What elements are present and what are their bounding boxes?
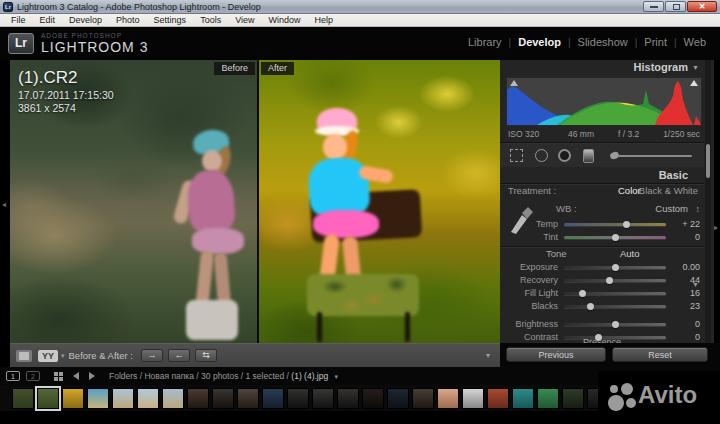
slider-track[interactable] — [564, 266, 666, 269]
right-panel-strip[interactable]: ▸ — [714, 60, 720, 343]
graduated-filter-tool-icon[interactable] — [583, 149, 594, 163]
slider-knob[interactable] — [612, 264, 619, 271]
previous-button[interactable]: Previous — [506, 347, 606, 362]
slider-track[interactable] — [564, 236, 666, 239]
slider-value[interactable]: + 22 — [668, 219, 700, 229]
loupe-view-icon[interactable] — [16, 350, 32, 362]
slider-knob[interactable] — [623, 221, 630, 228]
breadcrumb-path[interactable]: Folders / Новая папка — [109, 371, 194, 381]
panel-scrollbar-thumb[interactable] — [706, 144, 710, 178]
slider-value[interactable]: 0 — [668, 319, 700, 329]
copy-after-to-before-button[interactable]: ← — [168, 349, 190, 362]
menu-item-develop[interactable]: Develop — [62, 14, 109, 26]
wb-preset-arrows-icon[interactable]: ↕ — [696, 204, 701, 214]
slider-knob[interactable] — [587, 303, 594, 310]
treatment-color-option[interactable]: Color — [618, 185, 641, 196]
minimize-button[interactable] — [643, 1, 664, 12]
shadow-clipping-icon[interactable] — [510, 80, 518, 86]
module-tab-slideshow[interactable]: Slideshow — [578, 36, 628, 48]
close-button[interactable]: ✕ — [687, 1, 717, 12]
filmstrip-thumb-3[interactable] — [62, 388, 84, 409]
filmstrip-thumb-17[interactable] — [412, 388, 434, 409]
filmstrip-thumb-1[interactable] — [12, 388, 34, 409]
histogram-panel-header[interactable]: Histogram ▼ — [500, 61, 704, 76]
filmstrip-thumb-9[interactable] — [212, 388, 234, 409]
filmstrip-thumb-12[interactable] — [287, 388, 309, 409]
adjustment-brush-tool-icon[interactable] — [608, 149, 692, 162]
panel-scrollbar[interactable] — [705, 60, 711, 343]
filmstrip-thumb-11[interactable] — [262, 388, 284, 409]
filmstrip-thumb-16[interactable] — [387, 388, 409, 409]
filmstrip-thumb-13[interactable] — [312, 388, 334, 409]
menu-item-file[interactable]: File — [4, 14, 33, 26]
slider-knob[interactable] — [606, 277, 613, 284]
menu-item-photo[interactable]: Photo — [109, 14, 147, 26]
slider-knob[interactable] — [612, 321, 619, 328]
menu-item-help[interactable]: Help — [308, 14, 341, 26]
before-after-view-icon[interactable]: YY — [38, 350, 58, 362]
copy-before-to-after-button[interactable]: → — [141, 349, 163, 362]
swap-before-after-button[interactable]: ⇆ — [195, 349, 217, 362]
filmstrip-thumb-8[interactable] — [187, 388, 209, 409]
filmstrip-thumb-19[interactable] — [462, 388, 484, 409]
menu-item-view[interactable]: View — [228, 14, 261, 26]
module-tab-library[interactable]: Library — [468, 36, 502, 48]
slider-track[interactable] — [564, 292, 666, 295]
filmstrip-thumb-23[interactable] — [562, 388, 584, 409]
spot-removal-tool-icon[interactable] — [535, 149, 548, 162]
breadcrumb-caret-icon[interactable]: ▾ — [335, 373, 339, 380]
histogram-display[interactable] — [506, 77, 702, 126]
next-photo-arrow-icon[interactable] — [89, 372, 95, 380]
filmstrip-breadcrumb[interactable]: Folders / Новая папка / 30 photos / 1 se… — [109, 371, 338, 381]
filmstrip-thumb-5[interactable] — [112, 388, 134, 409]
filmstrip-thumb-2[interactable] — [37, 388, 59, 409]
slider-track[interactable] — [564, 223, 666, 226]
menu-item-settings[interactable]: Settings — [147, 14, 194, 26]
before-after-divider[interactable] — [257, 60, 259, 343]
slider-value[interactable]: 0 — [668, 232, 700, 242]
treatment-bw-option[interactable]: Black & White — [639, 185, 698, 196]
left-panel-strip[interactable]: ◂ — [0, 60, 10, 343]
filmstrip-thumb-6[interactable] — [137, 388, 159, 409]
grid-view-icon[interactable] — [54, 372, 63, 381]
histogram-collapse-icon[interactable]: ▼ — [692, 64, 699, 71]
filmstrip-thumb-14[interactable] — [337, 388, 359, 409]
menu-item-tools[interactable]: Tools — [193, 14, 228, 26]
module-tab-web[interactable]: Web — [684, 36, 706, 48]
breadcrumb-filename[interactable]: (1) (4).jpg — [291, 371, 328, 381]
filmstrip-thumb-15[interactable] — [362, 388, 384, 409]
filmstrip-thumb-22[interactable] — [537, 388, 559, 409]
slider-value[interactable]: 16 — [668, 288, 700, 298]
basic-panel-header[interactable]: Basic ▼ — [500, 169, 704, 184]
filmstrip-thumb-4[interactable] — [87, 388, 109, 409]
primary-screen-button[interactable]: 1 — [6, 371, 20, 381]
red-eye-tool-icon[interactable] — [558, 149, 571, 162]
filmstrip-thumb-7[interactable] — [162, 388, 184, 409]
menu-item-window[interactable]: Window — [262, 14, 308, 26]
auto-tone-button[interactable]: Auto — [620, 248, 640, 259]
filmstrip-thumb-10[interactable] — [237, 388, 259, 409]
module-tab-print[interactable]: Print — [644, 36, 667, 48]
toolbar-options-caret-icon[interactable]: ▾ — [486, 351, 490, 360]
slider-track[interactable] — [564, 305, 666, 308]
left-panel-collapse-icon[interactable]: ◂ — [2, 200, 6, 209]
slider-knob[interactable] — [612, 234, 619, 241]
wb-preset-value[interactable]: Custom — [655, 203, 688, 214]
crop-tool-icon[interactable] — [510, 149, 523, 162]
view-mode-caret-icon[interactable]: ▾ — [61, 352, 65, 360]
filmstrip-thumb-21[interactable] — [512, 388, 534, 409]
filmstrip-thumb-18[interactable] — [437, 388, 459, 409]
maximize-button[interactable] — [665, 1, 686, 12]
title-bar[interactable]: Lr Lightroom 3 Catalog - Adobe Photoshop… — [0, 0, 720, 14]
slider-track[interactable] — [564, 279, 666, 282]
slider-track[interactable] — [564, 323, 666, 326]
menu-item-edit[interactable]: Edit — [33, 14, 63, 26]
slider-value[interactable]: 0.00 — [668, 262, 700, 272]
slider-value[interactable]: 23 — [668, 301, 700, 311]
secondary-screen-button[interactable]: 2 — [26, 371, 40, 381]
slider-knob[interactable] — [579, 290, 586, 297]
previous-photo-arrow-icon[interactable] — [73, 372, 79, 380]
slider-value[interactable]: 44 — [668, 275, 700, 285]
after-pane[interactable] — [259, 60, 500, 343]
module-tab-develop[interactable]: Develop — [518, 36, 561, 48]
